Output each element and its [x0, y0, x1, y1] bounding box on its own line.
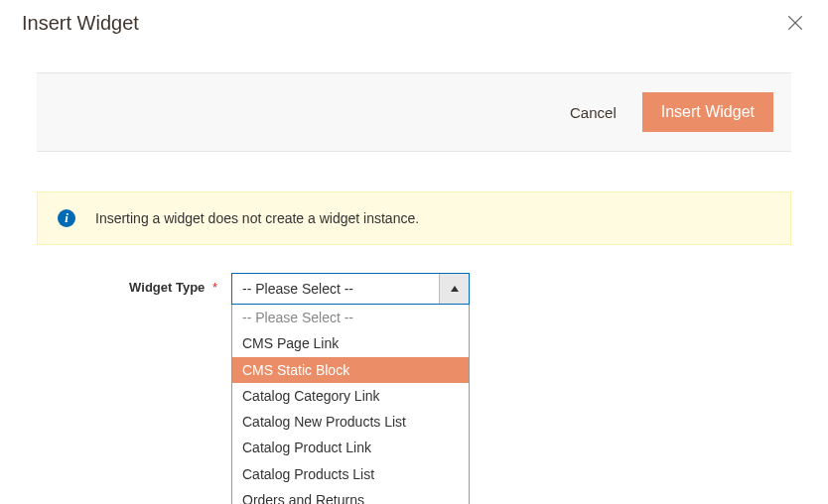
action-bar: Cancel Insert Widget [37, 72, 791, 152]
widget-type-dropdown: -- Please Select --CMS Page LinkCMS Stat… [231, 305, 470, 504]
insert-widget-button[interactable]: Insert Widget [642, 92, 773, 132]
cancel-button[interactable]: Cancel [570, 104, 617, 121]
widget-type-select[interactable]: -- Please Select -- [231, 273, 470, 305]
widget-type-label: Widget Type [129, 280, 205, 295]
info-message: Inserting a widget does not create a wid… [95, 210, 419, 226]
close-icon[interactable] [784, 12, 806, 34]
widget-type-select-wrap: -- Please Select -- -- Please Select --C… [231, 273, 470, 305]
widget-type-selected-value: -- Please Select -- [232, 274, 439, 304]
dropdown-option[interactable]: Catalog Category Link [232, 383, 469, 409]
chevron-up-icon [439, 274, 469, 304]
dropdown-option[interactable]: Catalog Products List [232, 461, 469, 487]
dropdown-option[interactable]: Orders and Returns [232, 487, 469, 504]
info-icon: i [58, 209, 75, 227]
dropdown-option[interactable]: CMS Page Link [232, 330, 469, 356]
info-banner: i Inserting a widget does not create a w… [37, 191, 791, 245]
modal-title: Insert Widget [22, 12, 139, 35]
modal-header: Insert Widget [0, 0, 828, 35]
dropdown-option[interactable]: Catalog Product Link [232, 435, 469, 460]
required-mark: * [212, 280, 217, 295]
svg-marker-2 [451, 286, 459, 292]
widget-type-row: Widget Type * -- Please Select -- -- Ple… [37, 273, 791, 305]
widget-type-label-wrap: Widget Type * [37, 273, 231, 295]
dropdown-option[interactable]: CMS Static Block [232, 357, 469, 383]
dropdown-option[interactable]: -- Please Select -- [232, 305, 469, 330]
dropdown-option[interactable]: Catalog New Products List [232, 409, 469, 435]
